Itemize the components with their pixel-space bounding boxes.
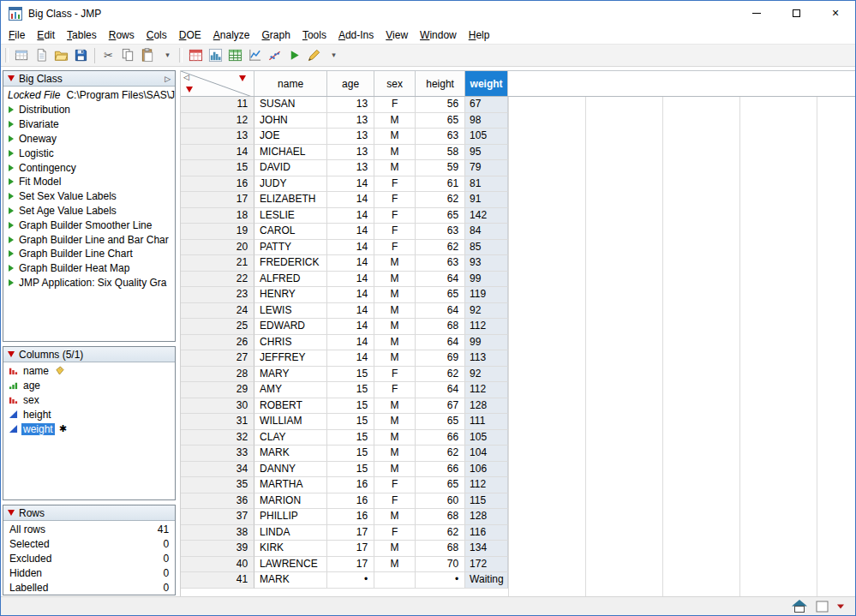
cell-sex[interactable]: F — [374, 176, 416, 193]
cell-name[interactable]: MARION — [254, 493, 327, 510]
cell-weight[interactable]: 99 — [465, 335, 508, 351]
cell-weight[interactable]: 105 — [465, 129, 508, 145]
cell-sex[interactable]: F — [374, 367, 416, 383]
cell-weight[interactable]: 106 — [465, 462, 508, 478]
cell-name[interactable]: JUDY — [254, 176, 327, 193]
column-item-height[interactable]: height — [3, 407, 175, 422]
cell-name[interactable]: JEFFREY — [254, 350, 327, 367]
menu-analyze[interactable]: Analyze — [207, 27, 256, 44]
script-item-graph-builder-smoother-line[interactable]: Graph Builder Smoother Line — [3, 218, 175, 232]
clipboard-dropdown-icon[interactable]: ▾ — [158, 45, 177, 65]
column-header-name[interactable]: name — [254, 71, 327, 96]
menu-edit[interactable]: Edit — [31, 27, 61, 44]
cell-height[interactable]: 65 — [416, 208, 465, 224]
cell-sex[interactable]: M — [374, 557, 416, 573]
row-number[interactable]: 40 — [181, 557, 254, 573]
cell-height[interactable]: 64 — [416, 382, 465, 398]
minimize-button[interactable] — [737, 1, 776, 26]
cell-weight[interactable]: 92 — [465, 303, 508, 320]
distribution-icon[interactable] — [206, 45, 225, 65]
cell-age[interactable]: 16 — [327, 509, 374, 525]
grid-corner[interactable]: ◁ — [181, 71, 254, 96]
cell-sex[interactable]: M — [374, 430, 416, 446]
cell-height[interactable]: 65 — [416, 477, 465, 493]
cell-weight[interactable]: 91 — [465, 192, 508, 208]
cut-icon[interactable]: ✂ — [99, 45, 118, 65]
cell-height[interactable]: 65 — [416, 414, 465, 430]
row-number[interactable]: 18 — [181, 208, 254, 224]
cell-name[interactable]: JOE — [254, 129, 327, 145]
cell-height[interactable]: 64 — [416, 335, 465, 351]
menu-add-ins[interactable]: Add-Ins — [332, 27, 380, 44]
cell-height[interactable]: 59 — [416, 160, 465, 176]
cell-height[interactable]: 67 — [416, 398, 465, 415]
cell-age[interactable]: 17 — [327, 557, 374, 573]
cell-name[interactable]: HENRY — [254, 287, 327, 303]
cell-age[interactable]: 14 — [327, 303, 374, 320]
cell-height[interactable]: 58 — [416, 145, 465, 161]
maximize-button[interactable] — [776, 1, 816, 26]
row-number[interactable]: 19 — [181, 224, 254, 240]
cell-sex[interactable]: F — [374, 240, 416, 256]
toolbar-overflow-icon[interactable]: ▾ — [324, 45, 344, 65]
cell-age[interactable]: 16 — [327, 477, 374, 493]
cell-name[interactable]: ROBERT — [254, 398, 327, 415]
cell-sex[interactable]: M — [374, 272, 416, 288]
cell-height[interactable]: 63 — [416, 224, 465, 240]
menu-graph[interactable]: Graph — [256, 27, 296, 44]
column-item-name[interactable]: name — [3, 363, 175, 378]
toolbar-handle[interactable] — [5, 48, 9, 63]
cell-height[interactable]: 65 — [416, 113, 465, 129]
cell-sex[interactable]: M — [374, 462, 416, 478]
column-item-weight[interactable]: weight✱ — [3, 422, 175, 436]
row-number[interactable]: 24 — [181, 303, 254, 320]
cell-age[interactable]: 14 — [327, 176, 374, 193]
cell-height[interactable]: 69 — [416, 350, 465, 367]
cell-age[interactable]: 14 — [327, 240, 374, 256]
cell-height[interactable]: 63 — [416, 255, 465, 272]
cell-weight[interactable]: 81 — [465, 176, 508, 193]
row-number[interactable]: 34 — [181, 462, 254, 478]
cell-sex[interactable]: F — [374, 382, 416, 398]
save-icon[interactable] — [71, 45, 91, 65]
row-number[interactable]: 13 — [181, 129, 254, 145]
row-number[interactable]: 22 — [181, 272, 254, 288]
cell-name[interactable]: LAWRENCE — [254, 557, 327, 573]
rows-panel-header[interactable]: Rows — [3, 505, 175, 521]
row-number[interactable]: 15 — [181, 160, 254, 176]
cell-name[interactable]: ELIZABETH — [254, 192, 327, 208]
cell-age[interactable]: 14 — [327, 208, 374, 224]
table-panel-header[interactable]: Big Class ▷ — [3, 71, 175, 87]
cell-sex[interactable]: F — [374, 525, 416, 541]
cell-sex[interactable]: M — [374, 541, 416, 557]
cell-height[interactable]: 56 — [416, 97, 465, 113]
cell-weight[interactable]: 112 — [465, 382, 508, 398]
cell-age[interactable]: 13 — [327, 160, 374, 176]
cell-height[interactable]: 62 — [416, 446, 465, 462]
cell-height[interactable]: 62 — [416, 240, 465, 256]
cell-age[interactable]: 15 — [327, 398, 374, 415]
new-data-table-icon[interactable] — [12, 45, 32, 65]
cell-height[interactable]: 70 — [416, 557, 465, 573]
new-journal-icon[interactable] — [32, 45, 51, 65]
cell-weight[interactable]: 85 — [465, 240, 508, 256]
script-item-bivariate[interactable]: Bivariate — [3, 117, 175, 132]
cell-sex[interactable]: M — [374, 113, 416, 129]
cell-weight[interactable]: 119 — [465, 287, 508, 303]
menu-rows[interactable]: Rows — [103, 27, 141, 44]
menu-help[interactable]: Help — [463, 27, 496, 44]
cell-age[interactable]: 17 — [327, 525, 374, 541]
cell-height[interactable]: • — [416, 572, 465, 589]
cell-age[interactable]: • — [327, 572, 374, 589]
cell-sex[interactable]: F — [374, 224, 416, 240]
cell-name[interactable]: CLAY — [254, 430, 327, 446]
menu-window[interactable]: Window — [414, 27, 463, 44]
script-item-graph-builder-line-chart[interactable]: Graph Builder Line Chart — [3, 247, 175, 261]
script-item-graph-builder-line-and-bar-char[interactable]: Graph Builder Line and Bar Char — [3, 232, 175, 247]
continuous-modeling-type-icon[interactable] — [8, 424, 18, 434]
cell-sex[interactable]: M — [374, 350, 416, 367]
cell-name[interactable]: JOHN — [254, 113, 327, 129]
cell-height[interactable]: 64 — [416, 303, 465, 320]
cell-age[interactable]: 14 — [327, 255, 374, 272]
cell-sex[interactable]: M — [374, 398, 416, 415]
